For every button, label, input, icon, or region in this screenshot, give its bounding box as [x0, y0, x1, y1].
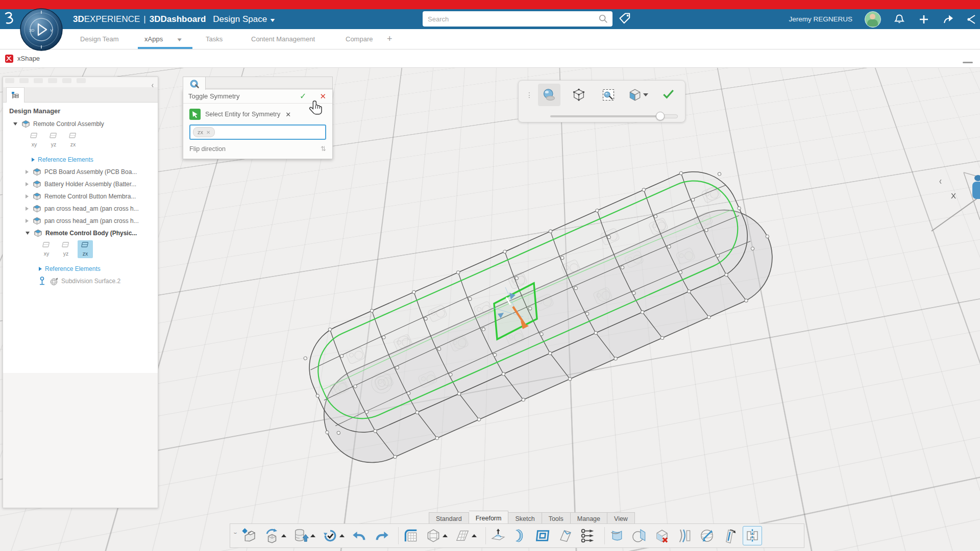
share-icon[interactable] [942, 13, 954, 26]
expander-right-icon[interactable] [39, 267, 42, 271]
tree-item-label: pan cross head_am (pan cross h... [44, 217, 139, 224]
grid-plane-button[interactable] [453, 526, 478, 545]
slider-track-remainder[interactable] [663, 114, 678, 118]
tree-item-remote-control-button-membra[interactable]: Remote Control Button Membra... [3, 190, 158, 203]
slider-knob[interactable] [656, 112, 665, 120]
search-icon[interactable] [598, 14, 608, 24]
dropdown-arrow-icon[interactable] [643, 93, 648, 96]
expander-down-icon[interactable] [26, 232, 30, 235]
patch-grid-button[interactable] [402, 526, 420, 545]
save-db-button[interactable] [292, 526, 317, 545]
expander-right-icon[interactable] [26, 207, 29, 211]
plane-xy[interactable]: xy [27, 131, 42, 149]
share-nodes-icon[interactable] [967, 13, 976, 26]
dropdown-arrow-icon[interactable] [339, 534, 345, 537]
collapse-action-bar-icon[interactable]: ˇ [234, 532, 237, 539]
dialog-close-button[interactable]: ✕ [320, 92, 326, 101]
plane-zx-selected[interactable]: zx [78, 240, 93, 258]
notifications-bell-icon[interactable] [893, 13, 905, 26]
minimize-button[interactable] [963, 62, 973, 63]
nav-tab-xapps[interactable]: xApps [144, 29, 163, 49]
blend-curve-button[interactable] [675, 526, 694, 545]
thicken-surface-icon [609, 528, 625, 543]
dropdown-arrow-icon[interactable] [281, 534, 286, 537]
bend-surface-button[interactable] [511, 526, 530, 545]
tag-icon[interactable] [618, 12, 633, 26]
dropdown-arrow-icon[interactable] [443, 534, 448, 537]
expander-right-icon[interactable] [26, 170, 29, 174]
sync-check-button[interactable] [321, 526, 346, 545]
tree-item-subdivision-surface-2[interactable]: Subdivision Surface.2 [3, 275, 158, 287]
add-content-icon[interactable] [918, 13, 930, 26]
toggle-symmetry-button[interactable] [743, 526, 762, 545]
wedge-face-button[interactable] [556, 526, 575, 545]
expander-right-icon[interactable] [32, 158, 35, 162]
open-part-button[interactable] [263, 526, 288, 545]
nav-tab-content-management[interactable]: Content Management [251, 29, 315, 49]
tree-item-remote-control-body-physic[interactable]: Remote Control Body (Physic... [3, 227, 158, 239]
new-part-button[interactable] [240, 526, 259, 545]
expander-right-icon[interactable] [26, 219, 29, 223]
primitive-cube-button[interactable] [424, 526, 449, 545]
selected-entity-chip[interactable]: zx ✕ [193, 127, 215, 137]
plane-zx[interactable]: zx [65, 131, 81, 149]
dropdown-arrow-icon[interactable] [310, 534, 315, 537]
tree-item-pan-cross-head-am-pan-cross-h[interactable]: pan cross head_am (pan cross h... [3, 215, 158, 227]
match-surface-button[interactable] [720, 526, 739, 545]
expander-right-icon[interactable] [26, 182, 29, 186]
dialog-ok-button[interactable]: ✓ [300, 91, 306, 101]
clear-selection-button[interactable]: ✕ [285, 111, 291, 118]
tree-item-reference-elements[interactable]: Reference Elements [3, 154, 158, 166]
part-cube-icon [21, 120, 30, 129]
plane-yz[interactable]: yz [46, 131, 61, 149]
inset-frame-button[interactable] [534, 526, 552, 545]
shaded-sphere-button[interactable] [538, 84, 560, 106]
tree-item-reference-elements[interactable]: Reference Elements [3, 263, 158, 275]
chevron-down-icon[interactable]: ▾ [178, 29, 182, 49]
wedge-face-icon [558, 528, 573, 543]
plane-xy[interactable]: xy [39, 240, 54, 258]
tree-item-pcb-board-assembly-pcb-boa[interactable]: PCB Board Assembly (PCB Boa... [3, 166, 158, 178]
cube-face-button[interactable] [627, 84, 649, 106]
tree-item-remote-control-assembly[interactable]: Remote Control Assembly [3, 118, 158, 130]
dropdown-arrow-icon[interactable] [472, 534, 477, 537]
tree-view-tab[interactable] [6, 87, 24, 103]
manikin-icon[interactable] [971, 175, 980, 202]
undo-button[interactable] [350, 526, 369, 545]
thicken-surface-button[interactable] [608, 526, 626, 545]
symmetry-tool-tab[interactable] [183, 77, 206, 90]
flip-direction-icon[interactable]: ⇅ [321, 145, 326, 153]
drag-handle-icon[interactable]: ⋮ [526, 94, 531, 96]
section-tab-freeform[interactable]: Freeform [469, 511, 509, 525]
plane-yz[interactable]: yz [58, 240, 74, 258]
search-box[interactable] [423, 11, 612, 27]
tree-item-battery-holder-assembly-batter[interactable]: Battery Holder Assembly (Batter... [3, 178, 158, 190]
select-box-icon [601, 88, 616, 102]
nav-tab-tasks[interactable]: Tasks [206, 29, 223, 49]
node-graph-button[interactable] [579, 526, 597, 545]
select-box-button[interactable] [597, 84, 620, 106]
display-slider[interactable] [550, 112, 678, 120]
nav-tab-design-team[interactable]: Design Team [80, 29, 119, 49]
user-name[interactable]: Jeremy REGNERUS [789, 15, 852, 23]
expander-down-icon[interactable] [13, 122, 17, 126]
nav-tab-compare[interactable]: Compare [346, 29, 373, 49]
tree-item-label: PCB Board Assembly (PCB Boa... [44, 168, 137, 176]
confirm-check-icon[interactable] [662, 87, 675, 103]
search-input[interactable] [427, 15, 598, 23]
pull-surface-button[interactable] [489, 526, 507, 545]
expander-right-icon[interactable] [26, 194, 29, 198]
chip-remove-icon[interactable]: ✕ [206, 130, 210, 135]
dialog-title: Toggle Symmetry [183, 92, 300, 100]
symmetry-entity-input[interactable]: zx ✕ [189, 124, 326, 140]
redo-button[interactable] [373, 526, 391, 545]
project-globe-button[interactable] [698, 526, 716, 545]
add-tab-button[interactable]: + [387, 29, 393, 49]
3dexperience-compass-icon[interactable]: 3D V [19, 8, 63, 52]
space-switcher[interactable]: Design Space▾ [213, 14, 274, 24]
split-body-button[interactable] [630, 526, 649, 545]
delete-face-button[interactable] [653, 526, 671, 545]
avatar[interactable] [865, 11, 881, 28]
tree-item-pan-cross-head-am-pan-cross-h[interactable]: pan cross head_am (pan cross h... [3, 203, 158, 215]
wire-cube-button[interactable] [568, 84, 590, 106]
